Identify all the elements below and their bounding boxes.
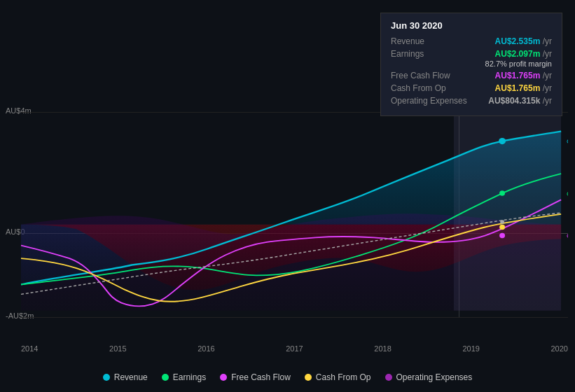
legend-fcf: Free Cash Flow — [220, 372, 291, 382]
legend-label-opex: Operating Expenses — [396, 372, 473, 382]
x-label-2017: 2017 — [286, 344, 303, 353]
tooltip-value-opex: AU$804.315k /yr — [488, 96, 552, 106]
tooltip-label-cashfromop: Cash From Op — [391, 83, 475, 93]
grid-bot — [21, 317, 568, 318]
legend-cashfromop: Cash From Op — [305, 372, 371, 382]
tooltip-label-fcf: Free Cash Flow — [391, 71, 475, 80]
legend-dot-earnings — [162, 374, 169, 381]
tooltip-value-cashfromop: AU$1.765m /yr — [495, 83, 552, 93]
tooltip-label-earnings: Earnings — [391, 49, 475, 59]
chart-svg: C C C — [21, 108, 568, 317]
tooltip-value-fcf: AU$1.765m /yr — [495, 71, 552, 80]
earn-right-label: C — [567, 190, 568, 197]
tooltip-sub-margin: 82.7% profit margin — [485, 59, 552, 68]
chart-legend: Revenue Earnings Free Cash Flow Cash Fro… — [0, 372, 575, 382]
x-label-2016: 2016 — [198, 344, 214, 353]
legend-earnings: Earnings — [162, 372, 206, 382]
tooltip-label-revenue: Revenue — [391, 36, 475, 46]
tooltip-value-revenue: AU$2.535m /yr — [495, 36, 552, 46]
tooltip-row-earnings: Earnings AU$2.097m /yr 82.7% profit marg… — [391, 49, 552, 68]
legend-label-revenue: Revenue — [114, 372, 148, 382]
tooltip-row-opex: Operating Expenses AU$804.315k /yr — [391, 96, 552, 106]
tooltip-date: Jun 30 2020 — [391, 20, 552, 31]
legend-dot-cashfromop — [305, 374, 312, 381]
rev-right-label: C — [567, 138, 568, 146]
x-label-2020: 2020 — [550, 344, 567, 353]
opex-dot — [500, 220, 504, 224]
legend-label-earnings: Earnings — [173, 372, 206, 382]
legend-label-fcf: Free Cash Flow — [231, 372, 291, 382]
x-axis: 2014 2015 2016 2017 2018 2019 2020 — [21, 344, 568, 353]
legend-dot-fcf — [220, 374, 227, 381]
x-label-2015: 2015 — [109, 344, 126, 353]
tooltip-label-opex: Operating Expenses — [391, 96, 475, 106]
cashfromop-dot — [499, 225, 505, 230]
legend-opex: Operating Expenses — [385, 372, 473, 382]
fcf-dot — [499, 233, 505, 238]
x-label-2018: 2018 — [374, 344, 391, 353]
earnings-dot — [499, 190, 505, 195]
tooltip-row-cashfromop: Cash From Op AU$1.765m /yr — [391, 83, 552, 93]
tooltip-row-fcf: Free Cash Flow AU$1.765m /yr — [391, 71, 552, 80]
tooltip-value-earnings: AU$2.097m /yr — [485, 49, 552, 59]
fcf-right-label: C — [567, 232, 568, 240]
legend-dot-revenue — [103, 374, 110, 381]
data-tooltip: Jun 30 2020 Revenue AU$2.535m /yr Earnin… — [380, 13, 562, 116]
x-label-2014: 2014 — [21, 344, 38, 353]
legend-dot-opex — [385, 374, 392, 381]
revenue-dot — [499, 138, 506, 144]
legend-label-cashfromop: Cash From Op — [316, 372, 371, 382]
legend-revenue: Revenue — [103, 372, 148, 382]
tooltip-row-revenue: Revenue AU$2.535m /yr — [391, 36, 552, 46]
x-label-2019: 2019 — [462, 344, 479, 353]
